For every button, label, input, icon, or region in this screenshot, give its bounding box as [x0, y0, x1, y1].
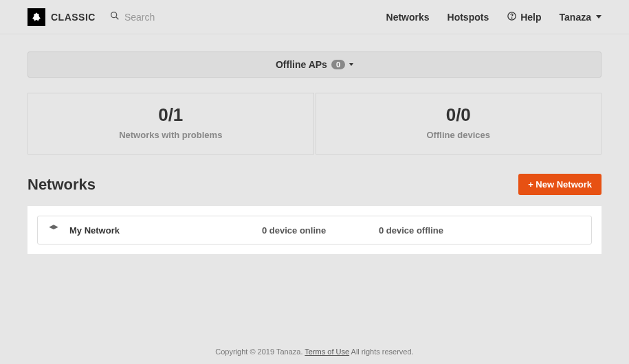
stats-row: 0/1 Networks with problems 0/0 Offline d…: [27, 93, 602, 155]
stat-value: 0/1: [28, 104, 313, 126]
search-input[interactable]: [124, 12, 221, 23]
stat-label: Offline devices: [316, 130, 602, 140]
networks-section-head: Networks + New Network: [27, 174, 602, 195]
brand-name: CLASSIC: [51, 12, 96, 23]
terms-link[interactable]: Terms of Use: [305, 348, 349, 356]
brand-logo-icon: [27, 8, 45, 26]
main: Offline APs 0 0/1 Networks with problems…: [0, 34, 629, 254]
networks-panel: My Network 0 device online 0 device offl…: [27, 206, 602, 254]
stat-value: 0/0: [316, 104, 602, 126]
nav-help-label: Help: [520, 12, 541, 23]
svg-point-0: [111, 12, 117, 17]
network-online: 0 device online: [262, 225, 379, 236]
offline-aps-label: Offline APs: [276, 59, 327, 70]
svg-line-1: [116, 17, 118, 19]
stat-label: Networks with problems: [28, 130, 313, 140]
nav-right: Networks Hotspots Help Tanaza: [386, 11, 602, 23]
network-name: My Network: [69, 225, 262, 236]
brand[interactable]: CLASSIC: [27, 8, 96, 26]
layers-icon: [47, 223, 69, 238]
caret-down-icon: [349, 63, 353, 66]
network-offline: 0 device offline: [379, 225, 582, 236]
svg-point-3: [511, 17, 512, 18]
nav-user-label: Tanaza: [560, 12, 591, 23]
offline-aps-count: 0: [331, 60, 345, 69]
nav-user-menu[interactable]: Tanaza: [560, 12, 602, 23]
stat-offline-devices[interactable]: 0/0 Offline devices: [316, 93, 602, 155]
new-network-button[interactable]: + New Network: [518, 174, 602, 195]
nav-hotspots[interactable]: Hotspots: [448, 12, 489, 23]
footer-pre: Copyright © 2019 Tanaza.: [215, 348, 305, 356]
nav-networks[interactable]: Networks: [386, 12, 430, 23]
search[interactable]: [109, 10, 221, 24]
footer-post: All rights reserved.: [349, 348, 414, 356]
search-icon: [109, 10, 120, 24]
nav-help[interactable]: Help: [507, 11, 541, 23]
page-title: Networks: [27, 176, 96, 194]
caret-down-icon: [596, 15, 602, 19]
header: CLASSIC Networks Hotspots Help Tanaza: [0, 0, 629, 34]
offline-aps-bar[interactable]: Offline APs 0: [27, 52, 602, 78]
network-row[interactable]: My Network 0 device online 0 device offl…: [37, 216, 592, 244]
footer: Copyright © 2019 Tanaza. Terms of Use Al…: [0, 348, 629, 356]
help-icon: [507, 11, 517, 23]
stat-networks-problems[interactable]: 0/1 Networks with problems: [27, 93, 314, 155]
